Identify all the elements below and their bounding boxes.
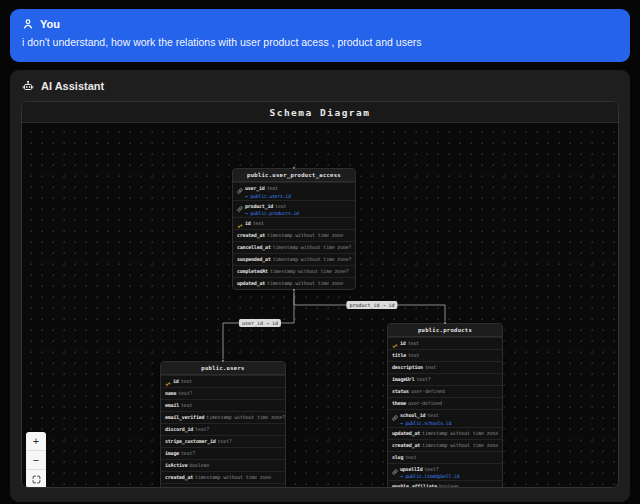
zoom-out-button[interactable]: − [26, 451, 46, 470]
table-row: themeuser-defined [388, 397, 502, 409]
table-node-public-users[interactable]: public.usersidtextnametext?emailtextemai… [160, 361, 286, 488]
table-row: isActiveboolean [161, 459, 285, 471]
table-row: cancelled_attimestamp without time zone? [233, 241, 355, 253]
column-name: image [165, 451, 179, 457]
column-name: slug [392, 455, 403, 461]
table-node-public-products[interactable]: public.productsidtexttitletextdescriptio… [387, 323, 503, 488]
primary-key-icon [392, 341, 398, 347]
table-title: public.users [161, 362, 285, 375]
table-row: idtext [161, 375, 285, 387]
column-type: text [427, 413, 438, 419]
table-row: stripe_customer_idtext? [161, 435, 285, 447]
column-type: text [181, 379, 192, 385]
column-type: text? [416, 377, 430, 383]
connection-handle-bottom[interactable] [292, 288, 296, 292]
column-type: text? [178, 391, 192, 397]
column-type: text [181, 403, 192, 409]
column-type: timestamp without time zone [267, 281, 343, 287]
user-icon [22, 18, 34, 30]
table-row: imageUrltext? [388, 373, 502, 385]
column-type: timestamp without time zone [267, 233, 343, 239]
table-row: created_attimestamp without time zone [388, 439, 502, 451]
column-name: product_id [245, 204, 273, 210]
column-type: text [275, 204, 286, 210]
table-row: product_idtext→ public.products.id [233, 200, 355, 218]
column-type: text? [195, 427, 209, 433]
column-name: discord_id [165, 427, 193, 433]
table-row: school_idtext→ public.schools.id [388, 409, 502, 427]
table-row: user_idtext→ public.users.id [233, 182, 355, 200]
column-type: timestamp without time zone? [273, 257, 352, 263]
foreign-key-link-icon [392, 467, 398, 473]
diagram-title: Schema Diagram [22, 102, 618, 123]
column-type: timestamp without time zone [422, 431, 498, 437]
edge-label-user-id: user_id → id [239, 319, 281, 327]
user-message-bubble: You i don't understand, how work the rel… [10, 9, 630, 62]
column-name: status [392, 389, 409, 395]
column-name: suspended_at [237, 257, 271, 263]
table-row: idtext [388, 337, 502, 349]
column-type: text [425, 365, 436, 371]
connection-handle-top[interactable] [443, 321, 447, 325]
column-name: email [165, 403, 179, 409]
robot-icon [22, 80, 34, 92]
foreign-key-reference[interactable]: → public.itemUpSell.id [400, 474, 498, 479]
column-name: theme [392, 401, 406, 407]
column-type: user-defined [408, 401, 442, 407]
column-name: created_at [392, 443, 420, 449]
column-name: cancelled_at [237, 245, 271, 251]
column-type: timestamp without time zone? [273, 245, 352, 251]
foreign-key-reference[interactable]: → public.products.id [245, 211, 351, 216]
foreign-key-link-icon [392, 413, 398, 419]
column-type: boolean [189, 463, 209, 469]
column-name: id [245, 221, 251, 227]
table-row: created_attimestamp without time zone [233, 229, 355, 241]
foreign-key-link-icon [237, 204, 243, 210]
column-type: text? [424, 467, 438, 473]
diagram-canvas[interactable]: user_id → id product_id → id public.user… [22, 123, 618, 488]
column-type: text? [218, 439, 232, 445]
column-name: title [392, 353, 406, 359]
column-name: created_at [237, 233, 265, 239]
assistant-title: AI Assistant [41, 80, 104, 92]
user-message-author: You [40, 18, 60, 30]
foreign-key-reference[interactable]: → public.schools.id [400, 421, 498, 426]
column-name: email_verified [165, 415, 204, 421]
table-row: titletext [388, 349, 502, 361]
column-type: text [408, 353, 419, 359]
column-name: created_at [165, 475, 193, 481]
table-row: updated_attimestamp without time zone [161, 483, 285, 488]
table-row: enable_affiliateboolean [388, 480, 502, 488]
table-row: idtext [233, 217, 355, 229]
column-type: text [408, 341, 419, 347]
edge-label-product-id: product_id → id [346, 301, 397, 309]
column-type: text [405, 455, 416, 461]
column-name: id [173, 379, 179, 385]
table-row: nametext? [161, 387, 285, 399]
column-name: enable_affiliate [392, 484, 437, 488]
column-type: user-defined [411, 389, 445, 395]
column-name: imageUrl [392, 377, 414, 383]
column-name: updated_at [165, 487, 193, 488]
column-name: user_id [245, 186, 265, 192]
table-title: public.products [388, 324, 502, 337]
zoom-in-button[interactable]: + [26, 432, 46, 451]
foreign-key-reference[interactable]: → public.users.id [245, 194, 351, 199]
table-node-public-user_product_access[interactable]: public.user_product_accessuser_idtext→ p… [232, 168, 356, 290]
ai-assistant-panel: AI Assistant Schema Diagram user_id → id… [10, 70, 630, 502]
connection-handle-top[interactable] [221, 359, 225, 363]
table-row: imagetext? [161, 447, 285, 459]
column-name: id [400, 341, 406, 347]
primary-key-icon [237, 221, 243, 227]
table-title: public.user_product_access [233, 169, 355, 182]
table-row: discord_idtext? [161, 423, 285, 435]
table-row: statususer-defined [388, 385, 502, 397]
table-row: created_attimestamp without time zone [161, 471, 285, 483]
table-row: completedAttimestamp without time zone? [233, 265, 355, 277]
diagram-zoom-controls: + − [26, 432, 46, 488]
column-type: boolean [439, 484, 459, 488]
fit-view-button[interactable] [26, 470, 46, 488]
table-row: upsellIdtext?→ public.itemUpSell.id [388, 463, 502, 481]
column-name: description [392, 365, 423, 371]
connection-handle-top[interactable] [292, 166, 296, 170]
